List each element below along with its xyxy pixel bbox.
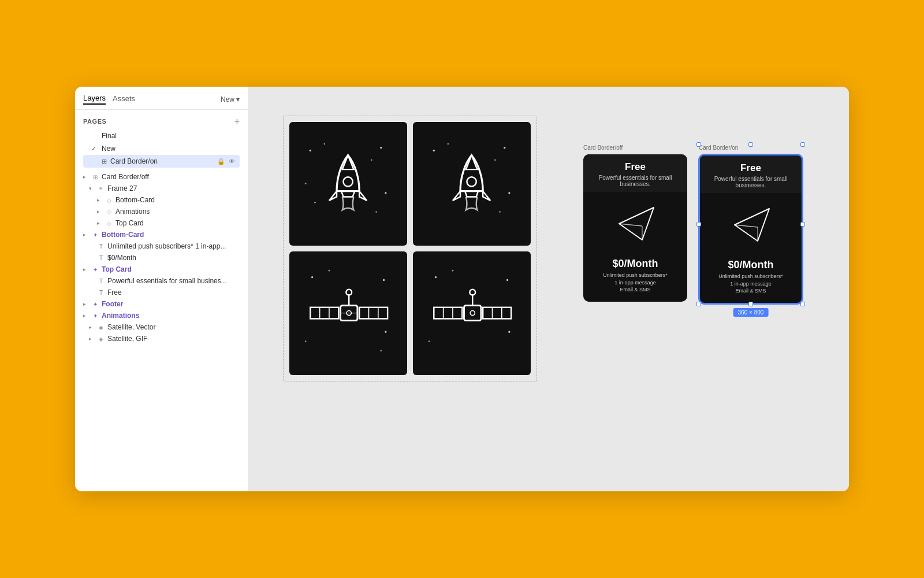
pages-section-header: Pages + (83, 114, 240, 128)
layer-bottom-card[interactable]: ▸ ✦ Bottom-Card (75, 229, 248, 240)
svg-point-47 (471, 311, 475, 316)
card-2[interactable]: Free Powerful essentials for small busin… (699, 154, 803, 304)
handle-ml[interactable] (699, 222, 701, 227)
svg-point-3 (371, 160, 372, 161)
layer-satellite-vector[interactable]: ▸ ◈ Satellite, Vector (75, 321, 248, 333)
layer-free-text[interactable]: T Free (75, 287, 248, 298)
svg-rect-42 (483, 307, 512, 319)
new-button[interactable]: New ▾ (221, 95, 240, 103)
card-1-label: Card Border/off (583, 144, 687, 151)
layer-price-text[interactable]: T $0/Month (75, 252, 248, 264)
svg-point-6 (376, 212, 378, 213)
svg-rect-23 (311, 307, 339, 319)
layer-bottom-card-child[interactable]: ▸ ◇ Bottom-Card (75, 194, 248, 206)
svg-point-4 (315, 202, 316, 203)
rocket-icon-1 (301, 134, 395, 233)
card-1[interactable]: Free Powerful essentials for small busin… (583, 154, 687, 302)
svg-point-13 (509, 192, 511, 194)
svg-point-17 (329, 270, 330, 272)
card-2-plan: Free (705, 162, 797, 174)
cards-preview: Card Border/off Free Powerful essentials… (583, 144, 803, 304)
tab-assets[interactable]: Assets (113, 94, 135, 104)
svg-point-8 (344, 177, 353, 187)
card-2-wrapper: Card Border/on Free Powerful essentials … (699, 144, 803, 304)
svg-point-19 (305, 341, 307, 343)
layers-section: ▸ ⊞ Card Border/off ▾ ≡ Frame 27 ▸ ◇ Bot… (75, 171, 248, 344)
satellite-icon-1 (301, 264, 395, 362)
sidebar-tabs: Layers Assets (83, 94, 135, 105)
frames-area (283, 116, 537, 381)
layer-footer[interactable]: ▸ ✦ Footer (75, 298, 248, 310)
card-2-price: $0/Month (728, 259, 774, 271)
svg-point-2 (380, 147, 382, 149)
pages-list: Final ✓ New ⊞ Card Border/on 🔒 👁 (83, 128, 240, 169)
svg-point-35 (506, 279, 508, 281)
eye-icon: 👁 (229, 158, 235, 165)
handle-mr[interactable] (800, 222, 803, 227)
page-item-new[interactable]: ✓ New (83, 142, 240, 155)
size-badge: 360 × 800 (733, 308, 769, 317)
svg-point-21 (381, 350, 382, 352)
pages-section: Pages + Final ✓ New ⊞ Card Border/on (75, 110, 248, 171)
handle-br[interactable] (800, 302, 803, 304)
svg-point-33 (435, 276, 437, 278)
frame-rocket-1 (289, 122, 407, 246)
handle-bl[interactable] (699, 302, 701, 304)
satellite-icon-2 (424, 264, 519, 362)
svg-point-9 (433, 150, 435, 151)
svg-rect-38 (464, 306, 481, 321)
svg-point-7 (305, 183, 307, 185)
layer-animations[interactable]: ▸ ✦ Animations (75, 310, 248, 321)
layer-powerful-text[interactable]: T Powerful essentials for small busines.… (75, 275, 248, 287)
card-2-illustration (700, 193, 802, 257)
page-item-final[interactable]: Final (83, 129, 240, 142)
svg-marker-48 (619, 208, 654, 240)
svg-point-34 (452, 270, 454, 272)
svg-point-37 (509, 331, 511, 333)
frame-rocket-2 (413, 122, 531, 246)
layer-frame-27[interactable]: ▾ ≡ Frame 27 (75, 183, 248, 194)
layer-satellite-gif[interactable]: ▸ ◈ Satellite, GIF (75, 333, 248, 344)
card-1-desc: Powerful essentials for small businesses… (588, 175, 683, 187)
svg-point-11 (504, 147, 505, 149)
frame-satellite-1 (289, 251, 407, 375)
page-item-card-border-on[interactable]: ⊞ Card Border/on 🔒 👁 (83, 155, 240, 168)
card-2-price-desc: Unlimited push subscribers* 1 in-app mes… (718, 273, 783, 295)
add-page-button[interactable]: + (234, 117, 240, 126)
svg-point-18 (383, 279, 385, 281)
card-1-header: Free Powerful essentials for small busin… (583, 154, 687, 192)
svg-point-14 (500, 212, 501, 213)
svg-point-16 (311, 276, 313, 278)
layer-top-card[interactable]: ▸ ✦ Top Card (75, 264, 248, 275)
app-window: Layers Assets New ▾ Pages + Final ✓ (75, 87, 849, 491)
svg-point-20 (385, 331, 387, 333)
svg-point-15 (467, 177, 476, 187)
svg-rect-39 (434, 307, 463, 319)
paper-plane-icon-2 (728, 202, 774, 248)
svg-marker-51 (735, 209, 769, 241)
handle-bm[interactable] (748, 302, 753, 304)
svg-point-1 (324, 143, 326, 145)
svg-point-0 (310, 150, 311, 151)
layer-animations-child[interactable]: ▸ ◇ Animations (75, 206, 248, 217)
canvas-area[interactable]: Card Border/off Free Powerful essentials… (248, 87, 849, 491)
layer-unlimited-text[interactable]: T Unlimited push subscribers* 1 in-app..… (75, 240, 248, 252)
lock-icon: 🔒 (217, 158, 225, 165)
card-2-header: Free Powerful essentials for small busin… (700, 155, 802, 193)
sidebar: Layers Assets New ▾ Pages + Final ✓ (75, 87, 248, 491)
layer-card-border-off[interactable]: ▸ ⊞ Card Border/off (75, 171, 248, 183)
tab-layers[interactable]: Layers (83, 94, 106, 105)
layer-top-card-child[interactable]: ▸ ◇ Top Card (75, 217, 248, 229)
card-2-desc: Powerful essentials for small businesses… (705, 176, 797, 188)
svg-rect-26 (360, 307, 388, 319)
sidebar-header: Layers Assets New ▾ (75, 87, 248, 110)
card-1-wrapper: Card Border/off Free Powerful essentials… (583, 144, 687, 302)
card-1-price: $0/Month (613, 258, 658, 270)
svg-point-5 (385, 192, 387, 194)
frame-satellite-2 (413, 251, 531, 375)
svg-point-36 (429, 341, 430, 343)
card-1-illustration (583, 192, 687, 255)
rocket-icon-2 (424, 134, 519, 233)
card-1-plan: Free (588, 161, 683, 173)
pages-title: Pages (83, 118, 106, 125)
